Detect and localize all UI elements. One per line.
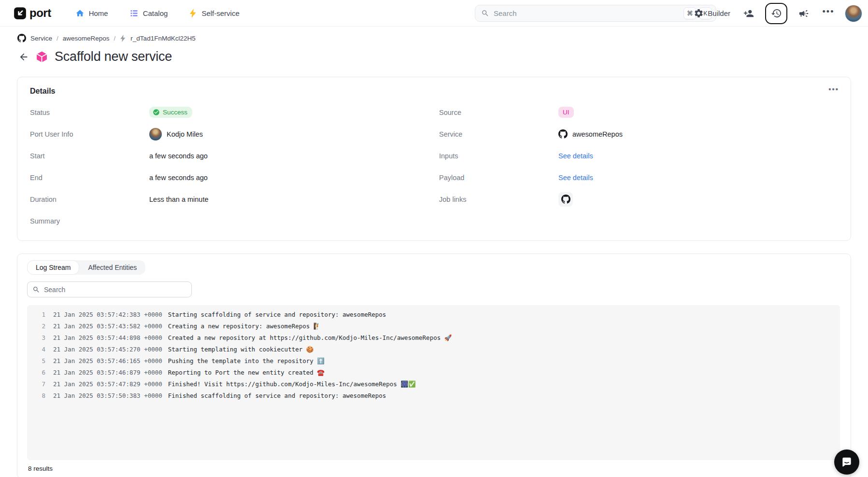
global-search[interactable]: ⌘ K [475,5,716,22]
log-search[interactable] [27,281,192,297]
more-options-button[interactable]: ••• [820,5,837,22]
job-link-github-button[interactable] [558,192,573,207]
detail-label: Job links [436,196,558,203]
detail-row-inputs: Inputs See details [436,145,839,167]
log-line: 821 Jan 2025 03:57:50:383 +0000Finished … [40,390,840,402]
log-line: 521 Jan 2025 03:57:46:165 +0000Pushing t… [40,355,840,367]
inputs-see-details-link[interactable]: See details [558,152,593,160]
gear-icon [694,8,704,18]
ellipsis-icon: ••• [823,9,835,18]
detail-row-payload: Payload See details [436,167,839,188]
breadcrumb-service[interactable]: Service [30,35,52,42]
log-line: 421 Jan 2025 03:57:45:270 +0000Starting … [40,344,840,355]
breadcrumb: Service / awesomeRepos / r_dTad1FnMdKcl2… [17,34,868,42]
detail-row-port-user-info: Port User Info Kodjo Miles [27,123,436,145]
nav-catalog[interactable]: Catalog [129,9,168,18]
detail-label: Source [436,109,558,116]
details-menu-button[interactable]: ••• [828,85,839,93]
runs-history-button[interactable] [765,3,787,24]
results-count: 8 results [28,465,840,472]
lightning-icon [189,9,197,18]
github-icon [561,195,570,204]
topbar: port Home Catalog Self-service ⌘ K [0,0,868,27]
log-line: 321 Jan 2025 03:57:44:898 +0000Created a… [40,332,840,344]
check-circle-icon [153,109,160,116]
log-card: Log Stream Affected Entities 121 Jan 202… [17,253,851,477]
port-logo-icon [14,7,27,20]
log-line: 721 Jan 2025 03:57:47:829 +0000Finished!… [40,379,840,390]
history-clock-icon [771,8,782,19]
chat-bubble-icon [840,456,853,468]
user-mini-avatar [149,128,162,140]
search-input[interactable] [494,9,681,17]
breadcrumb-separator: / [57,35,58,42]
log-stream-view: 121 Jan 2025 03:57:42:383 +0000Starting … [27,305,840,460]
status-badge: Success [149,107,192,118]
detail-label: Port User Info [27,130,149,138]
detail-row-start: Start a few seconds ago [27,145,436,167]
topbar-actions: Builder ••• [694,0,862,27]
tab-affected-entities[interactable]: Affected Entities [79,260,145,275]
detail-label: End [27,174,149,182]
log-line: 121 Jan 2025 03:57:42:383 +0000Starting … [40,309,840,321]
main-nav: Home Catalog Self-service [75,9,240,18]
search-icon [481,9,489,17]
details-card: Details ••• Status Success Port User Inf… [17,77,851,241]
detail-label: Duration [27,196,149,203]
home-icon [75,9,85,18]
person-add-icon [743,8,754,19]
github-icon [558,129,568,139]
run-bolt-icon [120,35,126,42]
payload-see-details-link[interactable]: See details [558,174,593,182]
detail-label: Service [436,130,558,138]
nav-self-service[interactable]: Self-service [189,9,239,18]
pink-cube-icon [36,51,48,63]
catalog-list-icon [129,9,139,18]
end-value: a few seconds ago [149,174,208,182]
log-line: 221 Jan 2025 03:57:43:582 +0000Creating … [40,321,840,332]
port-logo[interactable]: port [14,6,51,20]
nav-home[interactable]: Home [75,9,108,18]
nav-self-service-label: Self-service [201,9,239,17]
github-icon [17,34,26,42]
detail-row-service: Service awesomeRepos [436,123,839,145]
detail-label: Start [27,152,149,160]
back-arrow-icon[interactable] [18,52,29,62]
log-line: 621 Jan 2025 03:57:46:879 +0000Reporting… [40,367,840,379]
port-logo-text: port [29,6,51,20]
breadcrumb-separator: / [114,35,116,42]
announcements-button[interactable] [796,5,812,22]
detail-row-summary: Summary [27,210,436,232]
log-tabs: Log Stream Affected Entities [27,260,145,275]
builder-label: Builder [708,9,730,17]
detail-label: Inputs [436,152,558,160]
service-entity-link[interactable]: awesomeRepos [558,129,623,139]
start-value: a few seconds ago [149,152,208,160]
user-name: Kodjo Miles [167,130,203,138]
details-left-column: Status Success Port User Info Kodjo Mile… [27,101,436,232]
breadcrumb-entity[interactable]: awesomeRepos [63,35,110,42]
detail-row-duration: Duration Less than a minute [27,188,436,210]
detail-label: Payload [436,174,558,182]
detail-label: Status [27,109,149,116]
details-title: Details [30,87,839,96]
detail-label: Summary [27,217,149,225]
chat-launcher-button[interactable] [834,449,859,475]
log-search-input[interactable] [44,286,186,294]
breadcrumb-run-id: r_dTad1FnMdKcl22H5 [130,35,195,42]
title-row: Scaffold new service [18,49,868,64]
detail-row-source: Source UI [436,101,839,123]
search-icon [32,286,40,294]
invite-user-button[interactable] [740,5,757,22]
source-badge: UI [558,107,574,118]
tab-log-stream[interactable]: Log Stream [27,260,79,275]
user-avatar[interactable] [845,5,862,22]
builder-button[interactable]: Builder [694,8,730,18]
nav-catalog-label: Catalog [143,9,168,17]
page-title: Scaffold new service [55,49,172,64]
detail-row-end: End a few seconds ago [27,167,436,188]
details-grid: Status Success Port User Info Kodjo Mile… [27,101,839,232]
duration-value: Less than a minute [149,196,209,203]
details-right-column: Source UI Service awesomeRepos Inputs Se… [436,101,839,232]
megaphone-icon [798,8,809,19]
